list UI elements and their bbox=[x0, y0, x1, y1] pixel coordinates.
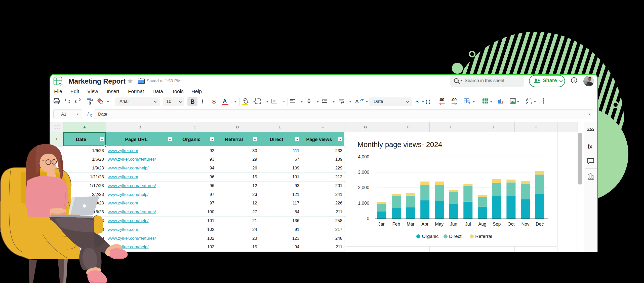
svg-text:Jul: Jul bbox=[465, 222, 471, 227]
svg-text:4,000: 4,000 bbox=[358, 154, 369, 159]
svg-text:Jun: Jun bbox=[450, 222, 457, 227]
svg-text:Jan: Jan bbox=[378, 222, 385, 227]
svg-text:Oct: Oct bbox=[507, 222, 514, 227]
svg-text:Z: Z bbox=[526, 101, 528, 105]
svg-text:2,000: 2,000 bbox=[358, 185, 369, 190]
svg-text:Direct: Direct bbox=[449, 234, 462, 239]
svg-text:Monthly page views- 2024: Monthly page views- 2024 bbox=[357, 140, 442, 149]
svg-text:1,000: 1,000 bbox=[358, 201, 369, 206]
svg-text:Referral: Referral bbox=[475, 234, 492, 239]
svg-text:Mar: Mar bbox=[407, 222, 415, 227]
svg-text:Nov: Nov bbox=[521, 222, 529, 227]
svg-text:Aug: Aug bbox=[478, 222, 486, 227]
svg-text:Feb: Feb bbox=[392, 222, 400, 227]
svg-text:Organic: Organic bbox=[422, 234, 439, 239]
svg-text:3,000: 3,000 bbox=[358, 170, 369, 175]
svg-text:Apr: Apr bbox=[421, 222, 428, 227]
svg-text:May: May bbox=[435, 222, 444, 227]
svg-text:0: 0 bbox=[367, 216, 369, 221]
svg-text:A: A bbox=[526, 98, 529, 101]
svg-text:Dec: Dec bbox=[536, 222, 544, 227]
svg-text:Sep: Sep bbox=[493, 222, 501, 227]
